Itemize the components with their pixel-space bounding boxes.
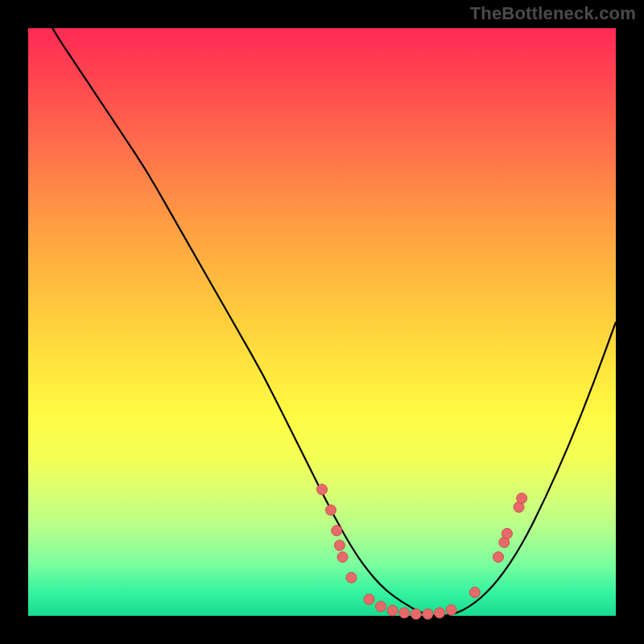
curve-marker bbox=[423, 609, 433, 619]
curve-marker bbox=[332, 526, 342, 536]
curve-marker bbox=[469, 587, 480, 597]
plot-area bbox=[28, 28, 616, 616]
bottleneck-curve bbox=[28, 28, 616, 616]
curve-marker bbox=[346, 572, 357, 583]
curve-marker bbox=[325, 505, 336, 515]
curve-marker bbox=[337, 552, 348, 563]
curve-marker bbox=[502, 528, 512, 539]
curve-marker bbox=[493, 552, 504, 563]
curve-marker bbox=[411, 609, 421, 619]
curve-marker bbox=[517, 493, 527, 504]
curve-path bbox=[28, 0, 616, 616]
curve-marker bbox=[399, 608, 410, 618]
attribution-label: TheBottleneck.com bbox=[470, 3, 636, 24]
chart-frame: TheBottleneck.com bbox=[0, 0, 644, 644]
curve-marker bbox=[435, 608, 445, 618]
curve-marker bbox=[317, 485, 328, 495]
curve-marker bbox=[376, 601, 386, 612]
curve-marker bbox=[334, 540, 345, 551]
curve-marker bbox=[387, 605, 398, 616]
curve-marker bbox=[364, 594, 374, 605]
curve-markers bbox=[317, 485, 527, 620]
curve-marker bbox=[446, 605, 456, 615]
